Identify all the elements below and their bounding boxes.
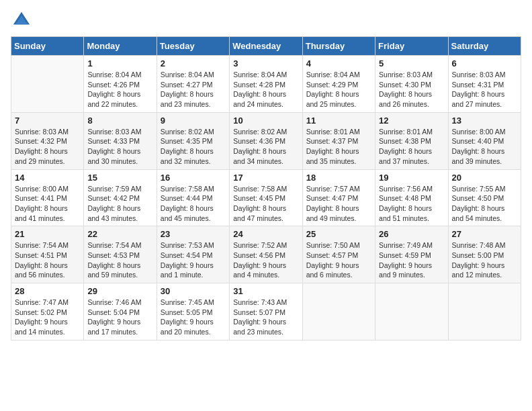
calendar-cell: 22Sunrise: 7:54 AM Sunset: 4:53 PM Dayli… bbox=[84, 226, 157, 283]
day-info: Sunrise: 8:02 AM Sunset: 4:35 PM Dayligh… bbox=[161, 127, 226, 167]
calendar-week-row: 14Sunrise: 8:00 AM Sunset: 4:41 PM Dayli… bbox=[11, 169, 521, 226]
calendar-cell: 9Sunrise: 8:02 AM Sunset: 4:35 PM Daylig… bbox=[157, 112, 229, 169]
day-info: Sunrise: 7:58 AM Sunset: 4:45 PM Dayligh… bbox=[233, 184, 298, 224]
day-info: Sunrise: 8:04 AM Sunset: 4:28 PM Dayligh… bbox=[233, 70, 298, 109]
calendar-table: SundayMondayTuesdayWednesdayThursdayFrid… bbox=[11, 36, 521, 340]
day-number: 22 bbox=[87, 229, 152, 239]
day-number: 6 bbox=[452, 58, 517, 68]
calendar-cell: 16Sunrise: 7:58 AM Sunset: 4:44 PM Dayli… bbox=[157, 169, 229, 226]
day-number: 19 bbox=[379, 173, 444, 183]
day-info: Sunrise: 7:47 AM Sunset: 5:02 PM Dayligh… bbox=[15, 298, 80, 337]
calendar-cell: 30Sunrise: 7:45 AM Sunset: 5:05 PM Dayli… bbox=[157, 283, 229, 340]
calendar-cell: 11Sunrise: 8:01 AM Sunset: 4:37 PM Dayli… bbox=[302, 112, 375, 169]
weekday-header-saturday: Saturday bbox=[448, 37, 521, 56]
day-number: 13 bbox=[452, 116, 517, 126]
day-number: 25 bbox=[306, 229, 371, 239]
day-info: Sunrise: 7:55 AM Sunset: 4:50 PM Dayligh… bbox=[452, 184, 517, 224]
calendar-cell: 12Sunrise: 8:01 AM Sunset: 4:38 PM Dayli… bbox=[375, 112, 448, 169]
calendar-cell: 15Sunrise: 7:59 AM Sunset: 4:42 PM Dayli… bbox=[84, 169, 157, 226]
day-info: Sunrise: 7:46 AM Sunset: 5:04 PM Dayligh… bbox=[87, 298, 152, 337]
day-info: Sunrise: 8:01 AM Sunset: 4:37 PM Dayligh… bbox=[306, 127, 371, 167]
day-info: Sunrise: 7:45 AM Sunset: 5:05 PM Dayligh… bbox=[161, 298, 226, 337]
day-number: 10 bbox=[233, 116, 298, 126]
day-info: Sunrise: 8:01 AM Sunset: 4:38 PM Dayligh… bbox=[379, 127, 444, 167]
calendar-cell: 13Sunrise: 8:00 AM Sunset: 4:40 PM Dayli… bbox=[448, 112, 521, 169]
calendar-cell: 5Sunrise: 8:03 AM Sunset: 4:30 PM Daylig… bbox=[375, 56, 448, 113]
day-info: Sunrise: 8:03 AM Sunset: 4:30 PM Dayligh… bbox=[379, 70, 444, 109]
calendar-cell bbox=[375, 283, 448, 340]
calendar-week-row: 21Sunrise: 7:54 AM Sunset: 4:51 PM Dayli… bbox=[11, 226, 521, 283]
day-number: 24 bbox=[233, 229, 298, 239]
calendar-cell: 8Sunrise: 8:03 AM Sunset: 4:33 PM Daylig… bbox=[84, 112, 157, 169]
day-info: Sunrise: 7:54 AM Sunset: 4:53 PM Dayligh… bbox=[87, 240, 152, 280]
day-info: Sunrise: 8:03 AM Sunset: 4:32 PM Dayligh… bbox=[15, 127, 80, 167]
calendar-cell: 21Sunrise: 7:54 AM Sunset: 4:51 PM Dayli… bbox=[11, 226, 84, 283]
weekday-header-tuesday: Tuesday bbox=[157, 37, 229, 56]
calendar-cell: 23Sunrise: 7:53 AM Sunset: 4:54 PM Dayli… bbox=[157, 226, 229, 283]
calendar-cell: 29Sunrise: 7:46 AM Sunset: 5:04 PM Dayli… bbox=[84, 283, 157, 340]
day-number: 28 bbox=[15, 286, 80, 296]
day-number: 26 bbox=[379, 229, 444, 239]
calendar-cell: 18Sunrise: 7:57 AM Sunset: 4:47 PM Dayli… bbox=[302, 169, 375, 226]
calendar-week-row: 28Sunrise: 7:47 AM Sunset: 5:02 PM Dayli… bbox=[11, 283, 521, 340]
day-number: 30 bbox=[161, 286, 226, 296]
day-info: Sunrise: 8:04 AM Sunset: 4:26 PM Dayligh… bbox=[87, 70, 152, 109]
day-info: Sunrise: 8:04 AM Sunset: 4:29 PM Dayligh… bbox=[306, 70, 371, 109]
day-number: 4 bbox=[306, 58, 371, 68]
calendar-cell: 28Sunrise: 7:47 AM Sunset: 5:02 PM Dayli… bbox=[11, 283, 84, 340]
calendar-cell: 1Sunrise: 8:04 AM Sunset: 4:26 PM Daylig… bbox=[84, 56, 157, 113]
page-header bbox=[11, 11, 521, 30]
calendar-cell bbox=[448, 283, 521, 340]
weekday-header-sunday: Sunday bbox=[11, 37, 84, 56]
day-number: 16 bbox=[161, 173, 226, 183]
day-number: 15 bbox=[87, 173, 152, 183]
day-info: Sunrise: 7:48 AM Sunset: 5:00 PM Dayligh… bbox=[452, 240, 517, 280]
weekday-header-monday: Monday bbox=[84, 37, 157, 56]
calendar-cell: 26Sunrise: 7:49 AM Sunset: 4:59 PM Dayli… bbox=[375, 226, 448, 283]
day-info: Sunrise: 7:59 AM Sunset: 4:42 PM Dayligh… bbox=[87, 184, 152, 224]
calendar-cell bbox=[11, 56, 84, 113]
day-info: Sunrise: 7:56 AM Sunset: 4:48 PM Dayligh… bbox=[379, 184, 444, 224]
day-number: 8 bbox=[87, 116, 152, 126]
calendar-header-row: SundayMondayTuesdayWednesdayThursdayFrid… bbox=[11, 37, 521, 56]
day-info: Sunrise: 7:58 AM Sunset: 4:44 PM Dayligh… bbox=[161, 184, 226, 224]
calendar-cell: 3Sunrise: 8:04 AM Sunset: 4:28 PM Daylig… bbox=[230, 56, 302, 113]
day-number: 23 bbox=[161, 229, 226, 239]
day-number: 3 bbox=[233, 58, 298, 68]
calendar-cell: 7Sunrise: 8:03 AM Sunset: 4:32 PM Daylig… bbox=[11, 112, 84, 169]
calendar-cell: 31Sunrise: 7:43 AM Sunset: 5:07 PM Dayli… bbox=[230, 283, 302, 340]
calendar-cell: 2Sunrise: 8:04 AM Sunset: 4:27 PM Daylig… bbox=[157, 56, 229, 113]
logo bbox=[11, 11, 31, 30]
calendar-week-row: 1Sunrise: 8:04 AM Sunset: 4:26 PM Daylig… bbox=[11, 56, 521, 113]
calendar-cell: 14Sunrise: 8:00 AM Sunset: 4:41 PM Dayli… bbox=[11, 169, 84, 226]
day-number: 27 bbox=[452, 229, 517, 239]
day-number: 18 bbox=[306, 173, 371, 183]
calendar-cell: 19Sunrise: 7:56 AM Sunset: 4:48 PM Dayli… bbox=[375, 169, 448, 226]
calendar-cell: 4Sunrise: 8:04 AM Sunset: 4:29 PM Daylig… bbox=[302, 56, 375, 113]
day-number: 20 bbox=[452, 173, 517, 183]
calendar-cell bbox=[302, 283, 375, 340]
logo-icon bbox=[12, 11, 31, 30]
calendar-cell: 27Sunrise: 7:48 AM Sunset: 5:00 PM Dayli… bbox=[448, 226, 521, 283]
day-info: Sunrise: 8:03 AM Sunset: 4:33 PM Dayligh… bbox=[87, 127, 152, 167]
day-number: 7 bbox=[15, 116, 80, 126]
calendar-cell: 6Sunrise: 8:03 AM Sunset: 4:31 PM Daylig… bbox=[448, 56, 521, 113]
day-number: 14 bbox=[15, 173, 80, 183]
day-info: Sunrise: 8:00 AM Sunset: 4:40 PM Dayligh… bbox=[452, 127, 517, 167]
day-number: 1 bbox=[87, 58, 152, 68]
day-info: Sunrise: 7:54 AM Sunset: 4:51 PM Dayligh… bbox=[15, 240, 80, 280]
calendar-cell: 25Sunrise: 7:50 AM Sunset: 4:57 PM Dayli… bbox=[302, 226, 375, 283]
day-number: 29 bbox=[87, 286, 152, 296]
weekday-header-thursday: Thursday bbox=[302, 37, 375, 56]
day-number: 17 bbox=[233, 173, 298, 183]
weekday-header-wednesday: Wednesday bbox=[230, 37, 302, 56]
day-info: Sunrise: 8:04 AM Sunset: 4:27 PM Dayligh… bbox=[161, 70, 226, 109]
day-info: Sunrise: 7:43 AM Sunset: 5:07 PM Dayligh… bbox=[233, 298, 298, 337]
calendar-cell: 20Sunrise: 7:55 AM Sunset: 4:50 PM Dayli… bbox=[448, 169, 521, 226]
day-number: 21 bbox=[15, 229, 80, 239]
day-info: Sunrise: 8:03 AM Sunset: 4:31 PM Dayligh… bbox=[452, 70, 517, 109]
day-number: 31 bbox=[233, 286, 298, 296]
weekday-header-friday: Friday bbox=[375, 37, 448, 56]
day-info: Sunrise: 7:57 AM Sunset: 4:47 PM Dayligh… bbox=[306, 184, 371, 224]
day-info: Sunrise: 7:53 AM Sunset: 4:54 PM Dayligh… bbox=[161, 240, 226, 280]
